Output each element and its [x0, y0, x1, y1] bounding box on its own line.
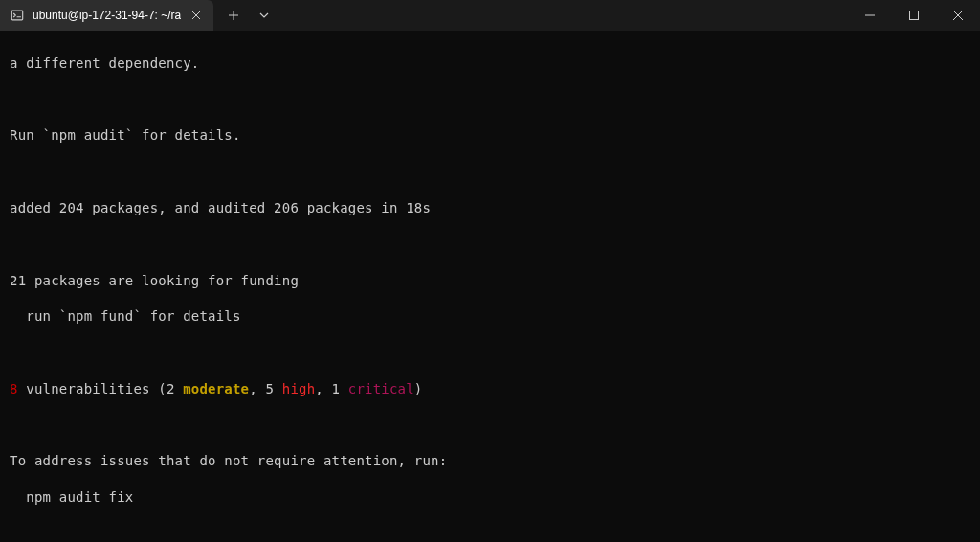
minimize-button[interactable] [848, 0, 892, 31]
output-line: added 204 packages, and audited 206 pack… [10, 199, 970, 217]
terminal-tab[interactable]: ubuntu@ip-172-31-94-7: ~/ra [0, 0, 213, 31]
titlebar-drag-region[interactable] [284, 0, 848, 31]
output-line: 21 packages are looking for funding [10, 272, 970, 290]
tab-dropdown-button[interactable] [250, 3, 278, 28]
vulnerabilities-line: 8 vulnerabilities (2 moderate, 5 high, 1… [10, 380, 970, 398]
svg-rect-0 [11, 11, 22, 20]
output-line: run `npm fund` for details [10, 307, 970, 326]
svg-rect-1 [910, 11, 919, 20]
vuln-count: 8 [10, 381, 18, 396]
window-controls [848, 0, 980, 31]
vuln-high: high [282, 381, 316, 396]
output-line: npm audit fix [10, 488, 970, 507]
title-bar: ubuntu@ip-172-31-94-7: ~/ra [0, 0, 980, 31]
output-line: a different dependency. [10, 55, 970, 73]
output-line [10, 344, 970, 362]
maximize-button[interactable] [892, 0, 936, 31]
terminal-output[interactable]: a different dependency. Run `npm audit` … [0, 31, 980, 542]
close-button[interactable] [936, 0, 980, 31]
output-line [10, 417, 970, 435]
new-tab-button[interactable] [219, 3, 248, 28]
vuln-critical: critical [348, 381, 414, 396]
tab-title: ubuntu@ip-172-31-94-7: ~/ra [33, 9, 181, 22]
output-line [10, 163, 970, 181]
output-line: To address issues that do not require at… [10, 452, 970, 470]
output-line [10, 525, 970, 542]
tab-actions [213, 0, 284, 31]
terminal-icon [10, 8, 25, 23]
output-line: Run `npm audit` for details. [10, 126, 970, 145]
vuln-moderate: moderate [183, 381, 249, 396]
output-line [10, 91, 970, 109]
tab-close-button[interactable] [189, 8, 204, 23]
output-line [10, 236, 970, 254]
